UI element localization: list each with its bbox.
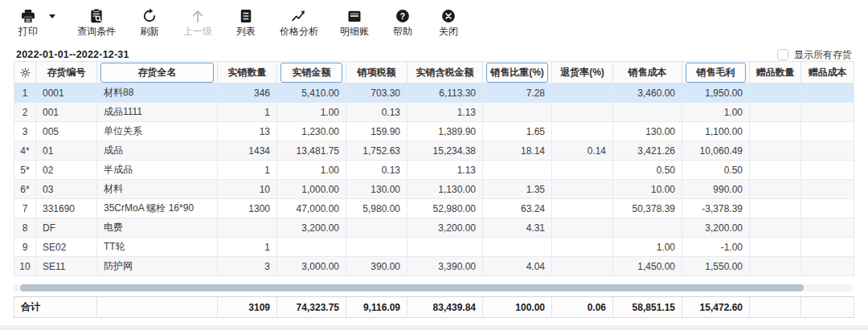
cell-amount[interactable]: 5,410.00 xyxy=(277,84,346,103)
cell-gift_cost[interactable] xyxy=(801,257,854,276)
table-row[interactable]: 10SE11防护网33,000.00390.003,390.004.041,45… xyxy=(14,257,854,276)
cell-amount_with_tax[interactable]: 1.13 xyxy=(407,161,483,180)
cell-sales_ratio[interactable]: 18.14 xyxy=(483,141,552,161)
cell-cost[interactable]: 50,378.39 xyxy=(613,199,682,218)
print-dropdown-caret[interactable] xyxy=(49,14,55,18)
cell-gross_profit[interactable]: 1,550.00 xyxy=(682,257,750,276)
table-row[interactable]: 2001成品111111.000.131.131.00 xyxy=(14,103,854,122)
cell-name[interactable]: 成品 xyxy=(97,141,218,161)
cell-code[interactable]: 331690 xyxy=(36,199,97,218)
cell-num[interactable]: 9 xyxy=(14,238,36,257)
cell-code[interactable]: 0001 xyxy=(36,84,97,103)
cell-qty[interactable]: 1 xyxy=(218,161,277,180)
table-row[interactable]: 4*01成品143413,481.751,752.6315,234.3818.1… xyxy=(14,141,854,161)
column-settings-button[interactable] xyxy=(14,62,36,84)
column-header-gift_qty[interactable]: 赠品数量 xyxy=(750,62,801,84)
detail-ledger-button[interactable]: 明细账 xyxy=(340,8,369,37)
cell-num[interactable]: 3 xyxy=(14,122,36,141)
cell-qty[interactable]: 346 xyxy=(218,84,277,103)
cell-name[interactable]: 半成品 xyxy=(97,161,218,180)
cell-gift_qty[interactable] xyxy=(750,180,801,199)
cell-gift_qty[interactable] xyxy=(750,199,801,218)
cell-amount_with_tax[interactable] xyxy=(407,238,483,257)
cell-amount[interactable]: 47,000.00 xyxy=(277,199,346,218)
cell-name[interactable]: 防护网 xyxy=(97,257,218,276)
cell-num[interactable]: 4* xyxy=(14,141,36,161)
list-button[interactable]: 列表 xyxy=(234,8,258,37)
cell-gift_cost[interactable] xyxy=(801,180,854,199)
cell-cost[interactable]: 1.00 xyxy=(613,238,682,257)
cell-cost[interactable] xyxy=(613,103,682,122)
column-header-gift_cost[interactable]: 赠品成本 xyxy=(801,62,854,84)
cell-name[interactable]: 材料88 xyxy=(97,84,218,103)
cell-code[interactable]: SE11 xyxy=(36,257,97,276)
cell-gift_cost[interactable] xyxy=(801,141,854,161)
cell-gift_cost[interactable] xyxy=(801,122,854,141)
cell-tax[interactable]: 5,980.00 xyxy=(346,199,407,218)
cell-gross_profit[interactable]: -3,378.39 xyxy=(682,199,750,218)
cell-sales_ratio[interactable]: 63.24 xyxy=(483,199,552,218)
horizontal-scrollbar-thumb[interactable] xyxy=(20,284,804,291)
column-header-qty[interactable]: 实销数量 xyxy=(218,62,277,84)
cell-tax[interactable]: 1,752.63 xyxy=(346,141,407,161)
cell-gift_qty[interactable] xyxy=(750,141,801,161)
cell-num[interactable]: 7 xyxy=(14,199,36,218)
cell-num[interactable]: 10 xyxy=(14,257,36,276)
cell-amount[interactable]: 1,230.00 xyxy=(277,122,346,141)
column-header-sales_ratio[interactable]: 销售比重(%) xyxy=(483,62,552,84)
cell-qty[interactable]: 1 xyxy=(218,103,277,122)
query-conditions-button[interactable]: 查询条件 xyxy=(77,8,116,37)
column-header-return_rate[interactable]: 退货率(%) xyxy=(552,62,613,84)
cell-return_rate[interactable] xyxy=(552,199,613,218)
cell-num[interactable]: 6* xyxy=(14,180,36,199)
cell-gift_cost[interactable] xyxy=(801,218,854,238)
cell-gross_profit[interactable]: 1,100.00 xyxy=(682,122,750,141)
cell-name[interactable]: 电费 xyxy=(97,218,218,238)
cell-amount[interactable]: 1.00 xyxy=(277,103,346,122)
cell-amount[interactable]: 1,000.00 xyxy=(277,180,346,199)
cell-sales_ratio[interactable] xyxy=(483,238,552,257)
cell-qty[interactable]: 10 xyxy=(218,180,277,199)
help-button[interactable]: ? 帮助 xyxy=(391,8,415,37)
cell-amount[interactable]: 3,200.00 xyxy=(277,218,346,238)
column-header-gross_profit[interactable]: 销售毛利 xyxy=(682,62,750,84)
column-header-name[interactable]: 存货全名 xyxy=(97,62,218,84)
cell-gift_qty[interactable] xyxy=(750,218,801,238)
cell-return_rate[interactable]: 0.14 xyxy=(552,141,613,161)
cell-gross_profit[interactable]: 1.00 xyxy=(682,103,750,122)
checkbox-box[interactable] xyxy=(777,49,788,60)
cell-name[interactable]: 35CrMoA 螺栓 16*90 xyxy=(97,199,218,218)
cell-cost[interactable]: 10.00 xyxy=(613,180,682,199)
cell-qty[interactable]: 3 xyxy=(218,257,277,276)
cell-tax[interactable] xyxy=(346,238,407,257)
column-header-amount_with_tax[interactable]: 实销含税金额 xyxy=(407,62,483,84)
table-row[interactable]: 3005单位关系131,230.00159.901,389.901.65130.… xyxy=(14,122,854,141)
cell-return_rate[interactable] xyxy=(552,218,613,238)
cell-code[interactable]: 03 xyxy=(36,180,97,199)
show-all-inventory-checkbox[interactable]: 显示所有存货 xyxy=(777,48,852,62)
cell-gift_qty[interactable] xyxy=(750,161,801,180)
cell-return_rate[interactable] xyxy=(552,180,613,199)
cell-gross_profit[interactable]: 0.50 xyxy=(682,161,750,180)
cell-gross_profit[interactable]: 990.00 xyxy=(682,180,750,199)
up-level-button[interactable]: 上一级 xyxy=(183,8,212,37)
cell-tax[interactable]: 130.00 xyxy=(346,180,407,199)
cell-amount_with_tax[interactable]: 1,389.90 xyxy=(407,122,483,141)
cell-return_rate[interactable] xyxy=(552,84,613,103)
cell-tax[interactable] xyxy=(346,218,407,238)
cell-gift_qty[interactable] xyxy=(750,257,801,276)
cell-num[interactable]: 5* xyxy=(14,161,36,180)
print-button[interactable]: 打印 xyxy=(16,8,40,37)
cell-tax[interactable]: 390.00 xyxy=(346,257,407,276)
cell-code[interactable]: 005 xyxy=(36,122,97,141)
cell-cost[interactable]: 0.50 xyxy=(613,161,682,180)
cell-return_rate[interactable] xyxy=(552,161,613,180)
table-row[interactable]: 9SE02TT轮11.00-1.00 xyxy=(14,238,854,257)
cell-return_rate[interactable] xyxy=(552,238,613,257)
column-header-tax[interactable]: 销项税额 xyxy=(346,62,407,84)
cell-num[interactable]: 1 xyxy=(14,84,36,103)
cell-gift_qty[interactable] xyxy=(750,122,801,141)
cell-cost[interactable]: 130.00 xyxy=(613,122,682,141)
cell-qty[interactable] xyxy=(218,218,277,238)
cell-gross_profit[interactable]: 1,950.00 xyxy=(682,84,750,103)
